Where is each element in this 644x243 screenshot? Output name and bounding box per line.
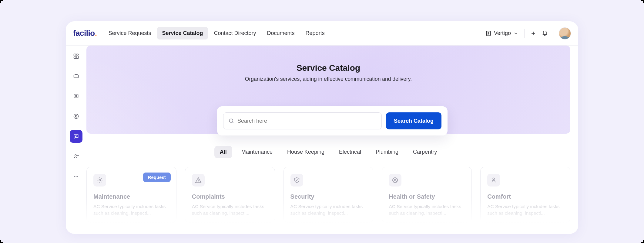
service-card-grid: Request Maintenance AC Service typically… (86, 167, 570, 226)
svg-point-13 (229, 119, 233, 122)
filter-all[interactable]: All (214, 146, 232, 158)
alert-icon (192, 174, 205, 187)
svg-point-14 (99, 179, 101, 181)
more-icon (73, 173, 79, 180)
sidebar-item-users[interactable] (70, 150, 82, 163)
add-button[interactable] (528, 28, 539, 39)
svg-rect-6 (74, 94, 78, 98)
search-panel: Search Catalog (217, 106, 448, 135)
card-desc: AC Service typically includes tasks such… (389, 203, 465, 217)
dashboard-icon (73, 53, 79, 59)
card-title: Complaints (192, 193, 268, 200)
assets-icon (73, 73, 79, 79)
svg-rect-5 (74, 75, 79, 78)
card-title: Comfort (487, 193, 563, 200)
nav-service-requests[interactable]: Service Requests (103, 27, 156, 39)
brand-name: facilio (73, 29, 95, 38)
chevron-down-icon (513, 31, 518, 36)
svg-point-10 (74, 176, 75, 177)
card-desc: AC Service typically includes tasks such… (93, 203, 169, 217)
svg-point-15 (198, 182, 199, 182)
filter-maintenance[interactable]: Maintenance (236, 146, 278, 158)
service-card-complaints[interactable]: Complaints AC Service typically includes… (185, 167, 275, 223)
topbar: facilio. Service Requests Service Catalo… (66, 21, 578, 46)
filter-plumbing[interactable]: Plumbing (370, 146, 404, 158)
card-desc: AC Service typically includes tasks such… (192, 203, 268, 217)
filter-electrical[interactable]: Electrical (334, 146, 367, 158)
sidebar-more[interactable] (70, 170, 82, 183)
safety-icon (389, 174, 401, 187)
svg-rect-2 (76, 54, 79, 55)
filter-carpentry[interactable]: Carpentry (408, 146, 442, 158)
app-window: facilio. Service Requests Service Catalo… (66, 21, 578, 234)
comfort-icon (487, 174, 500, 187)
card-desc: AC Service typically includes tasks such… (290, 203, 367, 217)
card-desc: AC Service typically includes tasks such… (487, 203, 563, 217)
divider (554, 29, 554, 38)
svg-point-7 (75, 95, 77, 97)
sidebar (66, 46, 86, 234)
top-nav: Service Requests Service Catalog Contact… (103, 27, 329, 39)
nav-reports[interactable]: Reports (301, 27, 330, 39)
sidebar-item-assets[interactable] (70, 70, 82, 83)
request-button[interactable]: Request (143, 173, 171, 182)
divider (524, 29, 525, 38)
billing-icon (73, 113, 79, 119)
notifications-button[interactable] (539, 28, 551, 39)
gear-icon (93, 174, 106, 187)
nav-service-catalog[interactable]: Service Catalog (157, 27, 208, 39)
sidebar-item-messages[interactable] (70, 130, 82, 143)
bell-icon (542, 30, 548, 36)
nav-contact-directory[interactable]: Contact Directory (209, 27, 261, 39)
workspace-name: Vertigo (494, 30, 511, 36)
sidebar-item-billing[interactable] (70, 110, 82, 123)
filter-tabs: All Maintenance House Keeping Electrical… (86, 146, 570, 158)
shield-icon (290, 174, 303, 187)
svg-point-12 (77, 176, 78, 177)
search-input-wrap[interactable] (223, 112, 382, 129)
user-icon (73, 153, 79, 159)
svg-point-16 (394, 179, 396, 181)
service-card-maintenance[interactable]: Request Maintenance AC Service typically… (86, 167, 176, 223)
search-input[interactable] (237, 118, 377, 124)
search-icon (228, 118, 234, 124)
card-title: Security (290, 193, 367, 200)
filter-housekeeping[interactable]: House Keeping (282, 146, 330, 158)
sidebar-item-contacts[interactable] (70, 90, 82, 103)
chat-icon (73, 133, 79, 139)
search-catalog-button[interactable]: Search Catalog (386, 112, 441, 129)
service-card-comfort[interactable]: Comfort AC Service typically includes ta… (480, 167, 570, 223)
svg-rect-1 (74, 54, 76, 56)
plus-icon (530, 30, 536, 36)
building-icon (485, 30, 491, 36)
page-subtitle: Organization's services, aiding in effec… (86, 76, 570, 82)
page-title: Service Catalog (86, 63, 570, 73)
svg-rect-4 (74, 57, 76, 59)
sidebar-item-dashboard[interactable] (70, 50, 82, 63)
svg-point-9 (75, 155, 76, 156)
main-content: Service Catalog Organization's services,… (86, 46, 578, 234)
svg-rect-3 (76, 56, 79, 58)
avatar[interactable] (559, 27, 571, 39)
brand-logo: facilio. (73, 29, 97, 38)
svg-point-18 (493, 178, 495, 180)
svg-point-11 (76, 176, 77, 177)
workspace-switcher[interactable]: Vertigo (482, 28, 521, 38)
service-card-health-safety[interactable]: Health or Safety AC Service typically in… (382, 167, 472, 223)
contact-icon (73, 93, 79, 99)
card-title: Health or Safety (389, 193, 465, 200)
nav-documents[interactable]: Documents (262, 27, 300, 39)
service-card-security[interactable]: Security AC Service typically includes t… (283, 167, 374, 223)
card-title: Maintenance (93, 193, 169, 200)
